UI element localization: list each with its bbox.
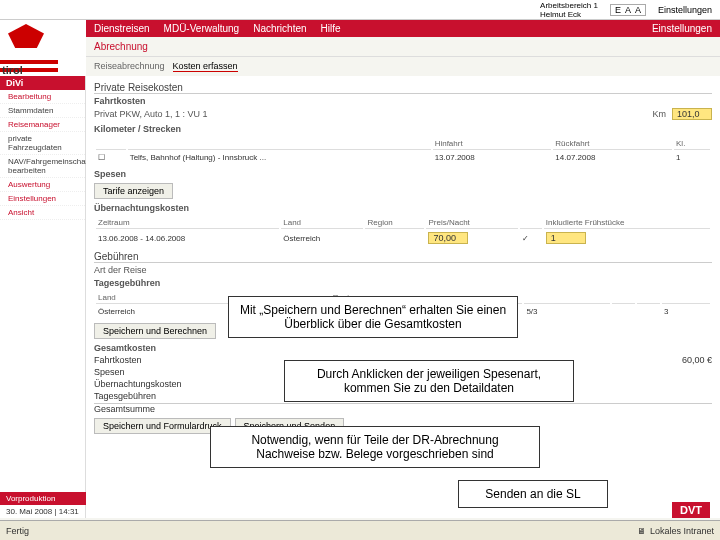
sidebar-header: DiVi: [0, 76, 85, 90]
table-row[interactable]: 13.06.2008 - 14.06.2008Österreich 70,00 …: [96, 231, 710, 245]
sidebar-item-einstellungen[interactable]: Einstellungen: [0, 192, 85, 206]
breadcrumb: Abrechnung: [86, 37, 720, 57]
sidebar-item-stammdaten[interactable]: Stammdaten: [0, 104, 85, 118]
sidebar-item-reisemanager[interactable]: Reisemanager: [0, 118, 85, 132]
nav-hilfe[interactable]: Hilfe: [321, 23, 341, 34]
status-right: 🖥 Lokales Intranet: [637, 526, 714, 536]
ueber-label: Übernachtungskosten: [94, 203, 712, 213]
sidebar-item-nav[interactable]: NAV/Fahrgemeinschaft bearbeiten: [0, 155, 85, 178]
strecken-label: Kilometer / Strecken: [94, 124, 712, 134]
sidebar-item-fahrzeug[interactable]: private Fahrzeugdaten: [0, 132, 85, 155]
dvt-logo: DVT: [672, 502, 710, 518]
summary-tages[interactable]: Tagesgebühren: [94, 391, 156, 401]
tarife-button[interactable]: Tarife anzeigen: [94, 183, 173, 199]
status-left: Fertig: [6, 526, 29, 536]
summary-fahrt[interactable]: Fahrtkosten: [94, 355, 142, 365]
ueber-table: ZeitraumLandRegion Preis/NachtInkludiert…: [94, 215, 712, 247]
km-label: Km: [653, 109, 667, 119]
sidebar-item-auswertung[interactable]: Auswertung: [0, 178, 85, 192]
sidebar-item-ansicht[interactable]: Ansicht: [0, 206, 85, 220]
km-field[interactable]: 101,0: [672, 108, 712, 120]
art-label: Art der Reise: [94, 265, 712, 275]
callout-1: Mit „Speichern und Berechnen“ erhalten S…: [228, 296, 518, 338]
footer-logo: DVT: [672, 502, 710, 518]
sidebar: DiVi Bearbeitung Stammdaten Reisemanager…: [0, 76, 86, 518]
geb-label: Gebühren: [94, 251, 712, 263]
navbar: Dienstreisen MDÜ-Verwaltung Nachrichten …: [86, 20, 720, 37]
nav-mdue[interactable]: MDÜ-Verwaltung: [164, 23, 240, 34]
accessibility-box[interactable]: EAA: [610, 4, 646, 16]
sidebar-item-bearbeitung[interactable]: Bearbeitung: [0, 90, 85, 104]
topbar: Arbeitsbereich 1 Helmut Eck EAA Einstell…: [0, 0, 720, 20]
footer-left: Vorproduktion 30. Mai 2008 | 14:31: [0, 492, 86, 518]
nav-settings[interactable]: Einstellungen: [652, 23, 712, 34]
logo: tirol: [0, 20, 86, 76]
callout-4: Senden an die SL: [458, 480, 608, 508]
callout-3: Notwendig, wenn für Teile der DR-Abrechn…: [210, 426, 540, 468]
nav-dienstreisen[interactable]: Dienstreisen: [94, 23, 150, 34]
statusbar: Fertig 🖥 Lokales Intranet: [0, 520, 720, 540]
logo-text: tirol: [2, 64, 23, 76]
intranet-icon: 🖥: [637, 526, 646, 536]
footer-date: 30. Mai 2008 | 14:31: [0, 505, 86, 518]
tabs: Reiseabrechnung Kosten erfassen: [86, 57, 720, 76]
callout-2: Durch Anklicken der jeweiligen Spesenart…: [284, 360, 574, 402]
subsection-fahrtkosten: Fahrtkosten: [94, 96, 712, 106]
tages-label: Tagesgebühren: [94, 278, 712, 288]
summary-title: Gesamtkosten: [94, 343, 712, 353]
table-row[interactable]: ☐ Telfs, Bahnhof (Haltung) - Innsbruck .…: [96, 152, 710, 163]
workarea-label: Arbeitsbereich 1 Helmut Eck: [540, 1, 598, 19]
summary-ueber[interactable]: Übernachtungskosten: [94, 379, 182, 389]
spesen-label: Spesen: [94, 169, 712, 179]
car-label: Privat PKW, Auto 1, 1 : VU 1: [94, 109, 208, 119]
footer-vp: Vorproduktion: [0, 492, 86, 505]
section-reisekosten: Private Reisekosten: [94, 82, 712, 94]
settings-link[interactable]: Einstellungen: [658, 5, 712, 15]
tab-reiseabrechnung[interactable]: Reiseabrechnung: [94, 61, 165, 72]
summary-spesen[interactable]: Spesen: [94, 367, 125, 377]
tab-kosten[interactable]: Kosten erfassen: [173, 61, 238, 72]
header: tirol Dienstreisen MDÜ-Verwaltung Nachri…: [0, 20, 720, 76]
eagle-icon: [8, 24, 44, 48]
calc-button[interactable]: Speichern und Berechnen: [94, 323, 216, 339]
summary-total: Gesamtsumme: [94, 404, 155, 414]
strecken-table: Hinfahrt Rückfahrt Kl. ☐ Telfs, Bahnhof …: [94, 136, 712, 165]
nav-nachrichten[interactable]: Nachrichten: [253, 23, 306, 34]
